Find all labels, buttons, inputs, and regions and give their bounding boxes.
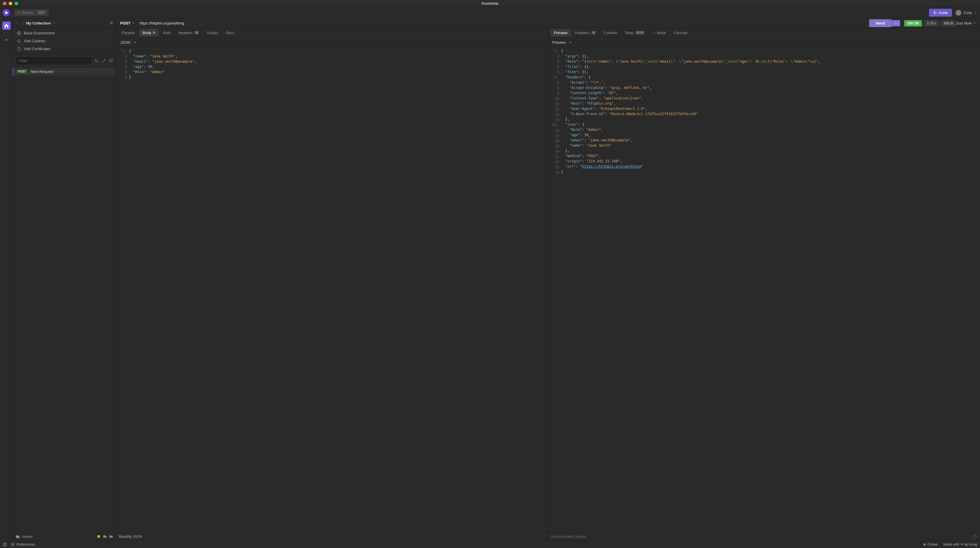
tab-tests[interactable]: Tests 0 / 0 [621,29,648,37]
response-tabs: Preview Headers 6 Cookies Tests 0 / 0 → … [548,28,980,38]
tab-console[interactable]: Console [670,29,691,37]
chevron-down-icon [132,22,135,24]
tab-headers[interactable]: Headers 8 [175,29,202,37]
search-placeholder: Search.. [22,11,35,15]
headers-count: 6 [591,31,596,34]
home-button[interactable] [2,22,11,30]
tab-body[interactable]: Body [139,29,159,37]
beautify-button[interactable]: Beautify JSON [119,535,142,538]
traffic-lights [3,2,18,5]
tab-headers-label: Headers [178,30,192,35]
url-bar: POST https://httpbin.org/anything Send 2… [116,19,980,28]
git-branch[interactable]: master [22,535,33,538]
invite-button[interactable]: Invite [929,9,952,17]
send-dropdown[interactable] [891,20,900,26]
sidebar-header: | My Collection [13,19,116,28]
svg-rect-17 [97,535,100,538]
app-logo-icon[interactable] [3,10,10,16]
collection-name: My Collection [26,21,51,25]
gear-icon [11,543,14,546]
help-button[interactable]: ? [972,534,977,539]
window-title: Insomnia [482,1,498,6]
sidebar-item-cookies[interactable]: Add Cookies [13,37,116,45]
request-list-item[interactable]: POST New Request [13,68,116,76]
toggle-sidebar-button[interactable] [3,542,7,546]
user-menu[interactable]: Cora [956,10,977,16]
body-type-selector[interactable]: JSON [116,38,548,47]
invite-label: Invite [939,11,948,15]
jsonpath-filter-input[interactable] [551,535,970,538]
request-pane: Params Body Auth Headers 8 Scripts Docs … [116,28,548,540]
new-request-button[interactable] [109,59,113,63]
sidebar-item-label: Base Environment [24,31,55,35]
global-search[interactable]: Search.. ⌘ P [14,10,49,16]
tab-cookies[interactable]: Cookies [600,29,620,37]
search-icon [17,11,21,14]
file-icon [17,47,21,51]
made-by[interactable]: Made with ❤ by Kong [943,542,977,546]
tab-mock[interactable]: → Mock [649,29,670,37]
method-label: POST [120,21,130,25]
connection-status: Online [923,542,938,546]
cloud-download[interactable] [103,535,107,538]
sidebar-item-certs[interactable]: Add Certificates [13,45,116,53]
tab-scripts[interactable]: Scripts [203,29,222,37]
filter-input[interactable] [16,57,92,65]
minimize-window-icon[interactable] [9,2,12,5]
chevron-down-icon [52,22,55,24]
svg-rect-18 [3,543,7,546]
maximize-window-icon[interactable] [14,2,18,5]
status-bar: Preferences Online Made with ❤ by Kong [0,540,980,548]
tab-auth[interactable]: Auth [159,29,174,37]
svg-line-13 [102,61,103,62]
avatar [956,10,961,16]
response-body-viewer[interactable]: 1 ▾23456 ▾789101112131415 ▾1617181920212… [548,47,980,532]
preferences-label: Preferences [16,542,35,546]
response-timestamp: Just Now [956,21,972,25]
chevron-down-icon [894,22,897,24]
chevron-down-icon [133,41,137,44]
response-size: 680 B [941,20,956,27]
url-input[interactable]: https://httpbin.org/anything [137,21,869,25]
tab-params[interactable]: Params [118,29,138,37]
user-name: Cora [964,11,972,15]
sidebar-item-base-env[interactable]: Base Environment [13,29,116,37]
cloud-upload[interactable] [109,535,113,538]
cloud-download-icon [103,535,107,538]
target-icon [110,22,113,24]
plus-circle-icon [109,59,113,63]
request-tabs: Params Body Auth Headers 8 Scripts Docs [116,28,548,38]
close-window-icon[interactable] [3,2,6,5]
expand-button[interactable] [102,59,106,63]
method-dropdown[interactable]: POST [118,21,137,25]
sort-button[interactable] [94,59,98,63]
plus-icon [4,38,9,42]
response-view-selector[interactable]: Preview [548,38,980,47]
add-button[interactable] [2,36,11,44]
preferences-link[interactable]: Preferences [11,542,35,546]
request-name: New Request [30,69,53,74]
cookie-icon [17,39,21,43]
sidebar-item-label: Add Certificates [24,47,51,51]
filter-row [13,54,116,68]
collection-dropdown[interactable]: My Collection [26,21,55,25]
box-icon [97,535,100,538]
sort-icon [94,59,98,63]
globe-icon [17,31,21,35]
record-button[interactable] [110,21,113,25]
heart-icon: ❤ [961,542,963,546]
tab-preview[interactable]: Preview [550,29,571,37]
chevron-down-icon [569,41,572,44]
search-shortcut: ⌘ P [37,11,46,15]
sync-warning[interactable] [97,535,100,538]
svg-line-1 [19,13,20,14]
tab-response-headers[interactable]: Headers 6 [572,29,600,37]
home-icon [4,23,9,28]
tab-docs[interactable]: Docs [222,29,238,37]
request-body-editor[interactable]: 1 ▾23456 { "name": "Jane Smith", "email"… [116,47,548,532]
tab-headers-label: Headers [575,30,589,35]
response-history-dropdown[interactable]: Just Now [956,21,980,25]
send-button[interactable]: Send [869,19,891,27]
sidebar-footer: master [13,532,116,540]
back-button[interactable] [16,22,19,25]
